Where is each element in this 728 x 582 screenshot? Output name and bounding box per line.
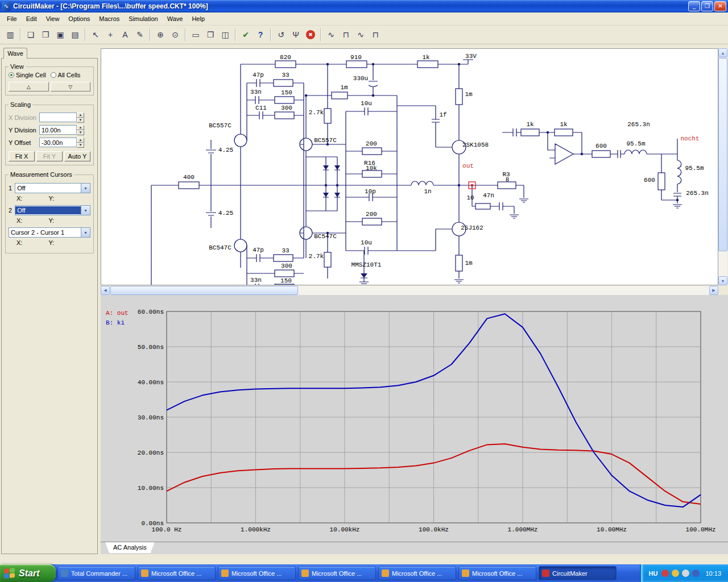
schematic-horizontal-scrollbar[interactable]: ◀ ▶ <box>101 286 718 295</box>
digital-scope-button[interactable]: ⊓ <box>339 28 353 41</box>
menu-item-wave[interactable]: Wave <box>163 13 188 24</box>
wave-panel-body: View Single Cell All Cells △ ▽ <box>1 58 98 554</box>
component-label: 200 <box>366 140 377 147</box>
taskbar-clock[interactable]: 10:13 <box>705 570 721 577</box>
digital-scope-icon: ⊓ <box>343 30 349 39</box>
menu-item-view[interactable]: View <box>42 13 64 24</box>
xy-scope-button[interactable]: ∿ <box>354 28 367 41</box>
task-button-label: Microsoft Office ... <box>472 570 522 577</box>
vertical-scroll-thumb[interactable] <box>718 58 727 251</box>
tray-icon-blue[interactable] <box>692 569 700 577</box>
split-window-icon: ◫ <box>221 30 229 39</box>
task-total-commander[interactable]: Total Commander ... <box>57 566 135 580</box>
wave-up-button[interactable]: △ <box>9 82 49 92</box>
start-label: Start <box>19 568 39 579</box>
task-office-1[interactable]: Microsoft Office ... <box>138 566 216 580</box>
fit-x-button[interactable]: Fit X <box>9 151 35 161</box>
x-tick: 10.00kHz <box>330 526 360 533</box>
minimize-button[interactable]: _ <box>688 1 700 11</box>
scroll-left-icon[interactable]: ◀ <box>101 286 110 295</box>
horizontal-scroll-thumb[interactable] <box>110 286 298 295</box>
check-simulate-button[interactable]: ✔ <box>239 28 253 41</box>
help-button[interactable]: ? <box>254 28 267 41</box>
x-tick: 100.0MHz <box>686 526 716 533</box>
print-button[interactable]: ▤ <box>68 28 82 41</box>
menu-item-simulation[interactable]: Simulation <box>124 13 162 24</box>
split-window-button[interactable]: ◫ <box>218 28 232 41</box>
component-label: 200 <box>366 211 377 218</box>
y-offset-input[interactable] <box>39 138 77 147</box>
cursor-tool-button[interactable]: ↖ <box>89 28 102 41</box>
y-division-input[interactable] <box>39 125 77 135</box>
tray-icon-red[interactable] <box>661 569 669 577</box>
task-office-3[interactable]: Microsoft Office ... <box>298 566 376 580</box>
new-file-button[interactable]: ❏ <box>24 28 38 41</box>
cursor2-value: Off <box>15 206 81 214</box>
task-office-5[interactable]: Microsoft Office ... <box>458 566 536 580</box>
component-label: 1k <box>526 121 533 128</box>
x-division-input[interactable] <box>39 113 77 122</box>
probe-tool-button[interactable]: Ψ <box>289 28 303 41</box>
waveform-canvas[interactable]: 60.00ns50.00ns40.00ns30.00ns20.00ns10.00… <box>101 295 728 542</box>
y-division-spinner[interactable]: ▲▼ <box>77 125 84 135</box>
menu-item-file[interactable]: File <box>2 13 22 24</box>
x-division-spinner[interactable]: ▲▼ <box>77 113 84 122</box>
chevron-down-icon[interactable]: ▼ <box>81 184 90 193</box>
save-button[interactable]: ▣ <box>53 28 67 41</box>
close-button[interactable]: ✕ <box>714 1 726 11</box>
schematic-area[interactable]: 8209101k33V47p3333n150C113001m330u10u2.7… <box>101 48 718 285</box>
schematic-vertical-scrollbar[interactable]: ▲ ▼ <box>718 48 727 285</box>
scroll-down-icon[interactable]: ▼ <box>718 276 727 285</box>
analog-scope-button[interactable]: ∿ <box>324 28 338 41</box>
cursor1-select[interactable]: Off ▼ <box>15 183 90 193</box>
restore-button[interactable]: ❐ <box>701 1 713 11</box>
menu-item-macros[interactable]: Macros <box>94 13 124 24</box>
measurement-cursors-label: Measurement Cursors <box>9 171 74 178</box>
fit-y-button[interactable]: Fit Y <box>36 151 63 161</box>
cursor-diff-value: Cursor 2 - Cursor 1 <box>9 228 81 236</box>
start-button[interactable]: Start <box>0 564 56 582</box>
schematic-canvas[interactable] <box>101 49 718 285</box>
tray-icon-yellow[interactable] <box>672 569 679 577</box>
reset-button[interactable]: ↺ <box>274 28 288 41</box>
scroll-up-icon[interactable]: ▲ <box>718 48 727 57</box>
wire-tool-button[interactable]: ✎ <box>133 28 147 41</box>
component-label: BC547C <box>314 233 337 240</box>
single-cell-radio[interactable]: Single Cell <box>9 72 46 78</box>
tray-icon-gray[interactable] <box>682 569 689 577</box>
menu-item-edit[interactable]: Edit <box>22 13 42 24</box>
menu-item-help[interactable]: Help <box>187 13 209 24</box>
cursor2-select[interactable]: Off ▼ <box>15 205 90 215</box>
zoom-area-button[interactable]: ⊙ <box>168 28 182 41</box>
text-tool-button[interactable]: A <box>118 28 132 41</box>
zoom-in-button[interactable]: ⊕ <box>154 28 167 41</box>
all-cells-radio[interactable]: All Cells <box>51 72 81 78</box>
component-label: 10k <box>366 165 377 172</box>
open-file-button[interactable]: ❒ <box>39 28 52 41</box>
chevron-down-icon[interactable]: ▼ <box>81 228 90 237</box>
language-indicator[interactable]: HU <box>649 570 658 577</box>
component-label: 1k <box>422 54 429 61</box>
task-office-2[interactable]: Microsoft Office ... <box>218 566 296 580</box>
copy-clipboard-button[interactable]: ❐ <box>204 28 217 41</box>
menu-item-options[interactable]: Options <box>64 13 94 24</box>
parts-bin-button[interactable]: ▥ <box>3 28 17 41</box>
y-offset-spinner[interactable]: ▲▼ <box>77 138 84 147</box>
task-office-4[interactable]: Microsoft Office ... <box>378 566 456 580</box>
scroll-right-icon[interactable]: ▶ <box>709 286 718 295</box>
place-part-button[interactable]: + <box>104 28 117 41</box>
wave-panel: Wave View Single Cell All Cells △ ▽ <box>1 48 98 554</box>
cursor-diff-select[interactable]: Cursor 2 - Cursor 1 ▼ <box>9 227 90 238</box>
mixed-scope-button[interactable]: ⊓ <box>369 28 382 41</box>
single-cell-label: Single Cell <box>16 72 46 78</box>
scaling-group: Scaling X Division ▲▼ Y Division ▲▼ Y Of… <box>5 101 94 165</box>
wave-down-button[interactable]: ▽ <box>51 82 91 92</box>
auto-y-button[interactable]: Auto Y <box>64 151 90 161</box>
tab-ac-analysis[interactable]: AC Analysis <box>105 542 155 553</box>
chevron-down-icon[interactable]: ▼ <box>81 206 90 215</box>
stop-simulation-button[interactable]: ✖ <box>304 28 317 41</box>
task-circuitmaker[interactable]: CircuitMaker <box>539 566 617 580</box>
help-icon: ? <box>258 30 263 39</box>
sheet-view-button[interactable]: ▭ <box>189 28 202 41</box>
tab-wave[interactable]: Wave <box>3 48 27 59</box>
